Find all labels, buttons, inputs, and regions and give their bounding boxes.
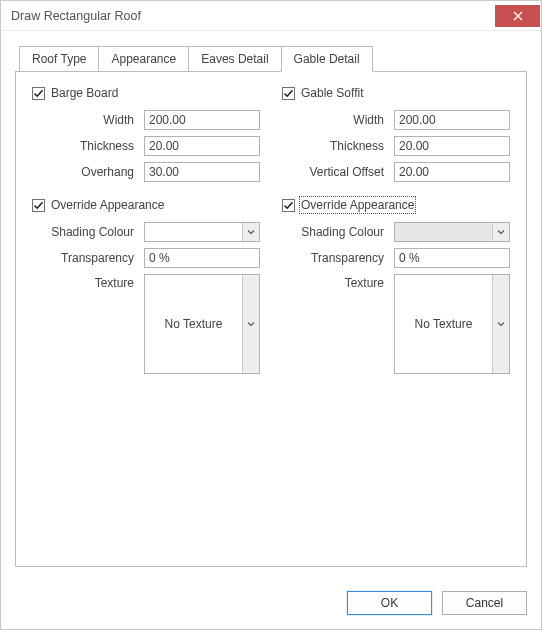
transparency-label-left: Transparency <box>32 251 144 265</box>
texture-dropdown-button-right[interactable] <box>492 275 509 373</box>
overhang-label-left: Overhang <box>32 165 144 179</box>
ok-button[interactable]: OK <box>347 591 432 615</box>
overhang-input-left[interactable] <box>144 162 260 182</box>
gable-soffit-section: Gable Soffit Width Thickness Vertical Of… <box>282 86 510 380</box>
barge-board-checkbox[interactable] <box>32 87 45 100</box>
dialog-footer: OK Cancel <box>1 581 541 629</box>
width-input-right[interactable] <box>394 110 510 130</box>
cancel-button[interactable]: Cancel <box>442 591 527 615</box>
texture-picker-left[interactable]: No Texture <box>144 274 260 374</box>
texture-value-left: No Texture <box>145 275 242 373</box>
override-appearance-label-left: Override Appearance <box>51 198 164 212</box>
texture-picker-right[interactable]: No Texture <box>394 274 510 374</box>
transparency-input-left[interactable] <box>144 248 260 268</box>
gable-soffit-label: Gable Soffit <box>301 86 363 100</box>
thickness-label-left: Thickness <box>32 139 144 153</box>
override-appearance-checkbox-left[interactable] <box>32 199 45 212</box>
transparency-label-right: Transparency <box>282 251 394 265</box>
check-icon <box>33 88 44 99</box>
titlebar: Draw Rectangular Roof <box>1 1 541 31</box>
barge-board-label: Barge Board <box>51 86 118 100</box>
texture-label-right: Texture <box>282 274 394 290</box>
shading-colour-dropdown-button-left[interactable] <box>242 223 259 241</box>
gable-soffit-checkbox[interactable] <box>282 87 295 100</box>
window-title: Draw Rectangular Roof <box>11 9 495 23</box>
shading-colour-label-right: Shading Colour <box>282 225 394 239</box>
shading-colour-combo-left[interactable] <box>144 222 260 242</box>
chevron-down-icon <box>497 320 505 328</box>
texture-label-left: Texture <box>32 274 144 290</box>
width-label-right: Width <box>282 113 394 127</box>
check-icon <box>283 88 294 99</box>
dialog-body: Roof Type Appearance Eaves Detail Gable … <box>1 31 541 581</box>
barge-board-section: Barge Board Width Thickness Overhang <box>32 86 260 380</box>
transparency-input-right[interactable] <box>394 248 510 268</box>
texture-value-right: No Texture <box>395 275 492 373</box>
check-icon <box>283 200 294 211</box>
tab-gable-detail[interactable]: Gable Detail <box>281 46 373 72</box>
dialog-window: Draw Rectangular Roof Roof Type Appearan… <box>0 0 542 630</box>
tab-roof-type[interactable]: Roof Type <box>19 46 99 72</box>
texture-dropdown-button-left[interactable] <box>242 275 259 373</box>
tabpanel-gable-detail: Barge Board Width Thickness Overhang <box>15 71 527 567</box>
thickness-label-right: Thickness <box>282 139 394 153</box>
thickness-input-right[interactable] <box>394 136 510 156</box>
width-label-left: Width <box>32 113 144 127</box>
shading-colour-label-left: Shading Colour <box>32 225 144 239</box>
thickness-input-left[interactable] <box>144 136 260 156</box>
width-input-left[interactable] <box>144 110 260 130</box>
close-icon <box>513 11 523 21</box>
check-icon <box>33 200 44 211</box>
close-button[interactable] <box>495 5 540 27</box>
shading-colour-dropdown-button-right[interactable] <box>492 223 509 241</box>
vertical-offset-input-right[interactable] <box>394 162 510 182</box>
chevron-down-icon <box>247 228 255 236</box>
tabstrip: Roof Type Appearance Eaves Detail Gable … <box>19 45 527 71</box>
override-appearance-label-right: Override Appearance <box>301 198 414 212</box>
override-appearance-checkbox-right[interactable] <box>282 199 295 212</box>
chevron-down-icon <box>247 320 255 328</box>
vertical-offset-label-right: Vertical Offset <box>282 165 394 179</box>
tab-eaves-detail[interactable]: Eaves Detail <box>188 46 281 72</box>
tab-appearance[interactable]: Appearance <box>98 46 189 72</box>
chevron-down-icon <box>497 228 505 236</box>
shading-colour-combo-right[interactable] <box>394 222 510 242</box>
